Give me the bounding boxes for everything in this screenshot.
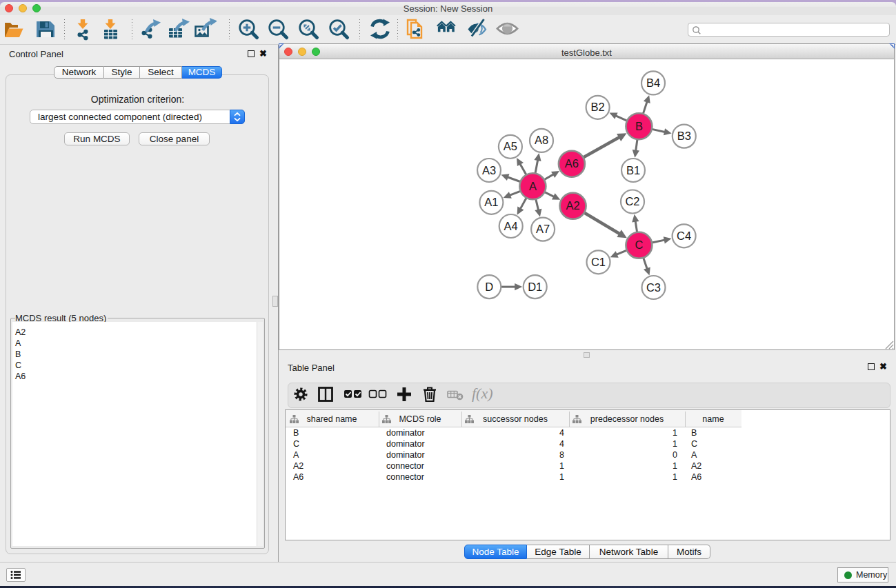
svg-text:A: A [529, 180, 537, 192]
svg-text:B2: B2 [591, 101, 605, 113]
svg-text:A3: A3 [482, 164, 496, 176]
svg-text:C3: C3 [646, 281, 661, 294]
svg-text:D1: D1 [528, 281, 542, 293]
svg-text:C4: C4 [677, 230, 691, 242]
svg-text:B3: B3 [677, 130, 691, 142]
svg-text:B: B [635, 120, 643, 132]
svg-text:A6: A6 [565, 157, 579, 170]
svg-text:A8: A8 [535, 134, 548, 146]
svg-text:B1: B1 [626, 164, 640, 176]
svg-text:A4: A4 [504, 220, 518, 232]
svg-text:A2: A2 [566, 199, 580, 212]
svg-text:C: C [635, 239, 643, 251]
svg-text:C1: C1 [591, 256, 606, 268]
svg-text:A5: A5 [504, 140, 517, 152]
svg-text:A7: A7 [536, 223, 550, 235]
svg-text:B4: B4 [646, 77, 660, 89]
svg-text:A1: A1 [484, 196, 498, 208]
svg-text:C2: C2 [625, 195, 639, 207]
svg-text:D: D [485, 281, 493, 293]
